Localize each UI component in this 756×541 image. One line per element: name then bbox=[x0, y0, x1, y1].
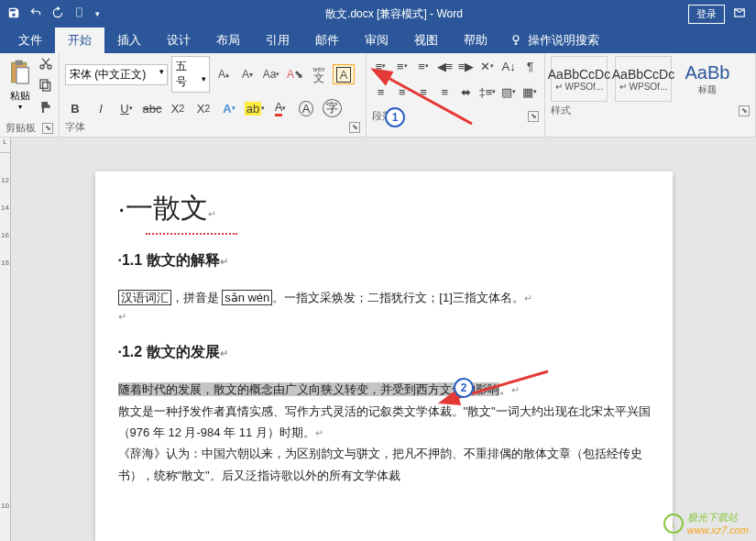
paste-dropdown-icon[interactable]: ▾ bbox=[18, 103, 22, 111]
underline-button[interactable]: U▾ bbox=[116, 98, 137, 118]
clipboard-dialog-launcher[interactable]: ⬊ bbox=[42, 123, 53, 134]
styles-dialog-launcher[interactable]: ⬊ bbox=[739, 105, 750, 116]
change-case-button[interactable]: Aa▾ bbox=[261, 65, 281, 83]
highlight-color-button[interactable]: ab▾ bbox=[245, 98, 265, 118]
annotation-callout-2: 2 bbox=[454, 378, 474, 398]
font-size-select[interactable]: 五号▾ bbox=[171, 56, 210, 93]
align-justify-button[interactable]: ≡ bbox=[436, 82, 454, 102]
multilevel-button[interactable]: ≡▾ bbox=[415, 56, 433, 76]
sort-button[interactable]: A↓ bbox=[500, 56, 518, 76]
enclose-char-button[interactable]: 字 bbox=[322, 98, 342, 118]
paste-button[interactable]: 粘贴 ▾ bbox=[5, 56, 35, 119]
document-page[interactable]: ·一散文↵ ·1.1 散文的解释↵ 汉语词汇，拼音是 sǎn wén。一指文采焕… bbox=[95, 171, 673, 541]
tab-help[interactable]: 帮助 bbox=[451, 28, 500, 53]
paragraph-4: 《辞海》认为：中国六朝以来，为区别韵文与骈文，把凡不押韵、不重排偶的散体文章（包… bbox=[118, 443, 654, 486]
heading-1-2: ·1.2 散文的发展↵ bbox=[118, 343, 654, 362]
paragraph-3: 散文是一种抒发作者真情实感、写作方式灵活的记叙类文学体裁。"散文"一词大约出现在… bbox=[118, 401, 654, 444]
group-font: 宋体 (中文正文)▾ 五号▾ A▴ A▾ Aa▾ A⬊ wén文 A B I U… bbox=[60, 53, 367, 137]
watermark-url: www.xz7.com bbox=[687, 524, 749, 535]
group-clipboard: 粘贴 ▾ 剪贴板⬊ bbox=[0, 53, 60, 137]
font-color-button[interactable]: A▾ bbox=[270, 98, 290, 118]
bullets-button[interactable]: ≡▾ bbox=[372, 56, 389, 76]
tell-me-label: 操作说明搜索 bbox=[528, 32, 599, 49]
styles-group-label: 样式 bbox=[551, 104, 571, 117]
bold-button[interactable]: B bbox=[65, 98, 85, 118]
font-dialog-launcher[interactable]: ⬊ bbox=[349, 122, 360, 133]
tab-review[interactable]: 审阅 bbox=[352, 28, 401, 53]
document-canvas[interactable]: ·一散文↵ ·1.1 散文的解释↵ 汉语词汇，拼音是 sǎn wén。一指文采焕… bbox=[11, 153, 756, 541]
asian-layout-button[interactable]: ✕▾ bbox=[478, 56, 496, 76]
titlebar: ▾ 散文.docx [兼容模式] - Word 登录 bbox=[0, 0, 756, 28]
save-icon[interactable] bbox=[7, 6, 20, 22]
italic-button[interactable]: I bbox=[91, 98, 111, 118]
svg-rect-8 bbox=[43, 83, 50, 91]
tab-home[interactable]: 开始 bbox=[55, 28, 104, 53]
selected-text: 随着时代的发展，散文的概念由广义向狭义转变，并受到西方文化的影响 bbox=[118, 382, 499, 396]
paragraph-dialog-launcher[interactable]: ⬊ bbox=[528, 111, 539, 122]
tab-view[interactable]: 视图 bbox=[401, 28, 451, 53]
phonetic-guide-button[interactable]: wén文 bbox=[309, 65, 329, 83]
heading-1-1: ·1.1 散文的解释↵ bbox=[118, 251, 654, 270]
char-shading-button[interactable]: A bbox=[296, 98, 316, 118]
copy-icon[interactable] bbox=[38, 78, 53, 96]
align-right-button[interactable]: ≡ bbox=[415, 82, 433, 102]
format-painter-icon[interactable] bbox=[38, 100, 53, 118]
tab-mailings[interactable]: 邮件 bbox=[302, 28, 352, 53]
watermark-name: 极光下载站 bbox=[687, 511, 749, 524]
paragraph-1: 汉语词汇，拼音是 sǎn wén。一指文采焕发；二指犹行文；[1]三指文体名。↵ bbox=[118, 287, 654, 308]
watermark-logo-icon: ↓ bbox=[663, 513, 684, 534]
svg-rect-4 bbox=[16, 61, 23, 65]
align-left-button[interactable]: ≡ bbox=[372, 82, 389, 102]
decrease-indent-button[interactable]: ◀≡ bbox=[436, 56, 454, 76]
font-family-select[interactable]: 宋体 (中文正文)▾ bbox=[65, 64, 168, 85]
grow-font-button[interactable]: A▴ bbox=[214, 65, 234, 83]
login-button[interactable]: 登录 bbox=[688, 5, 725, 24]
touch-mode-icon[interactable] bbox=[73, 6, 86, 22]
show-marks-button[interactable]: ¶ bbox=[521, 56, 539, 76]
document-title: ·一散文↵ bbox=[118, 190, 654, 227]
tab-layout[interactable]: 布局 bbox=[203, 28, 253, 53]
line-spacing-button[interactable]: ‡≡▾ bbox=[478, 82, 496, 102]
shading-button[interactable]: ▨▾ bbox=[500, 82, 518, 102]
shrink-font-button[interactable]: A▾ bbox=[237, 65, 257, 83]
ruler-corner[interactable]: L bbox=[0, 138, 11, 153]
tab-file[interactable]: 文件 bbox=[5, 28, 55, 53]
tab-design[interactable]: 设计 bbox=[154, 28, 203, 53]
ribbon: 粘贴 ▾ 剪贴板⬊ 宋体 (中文正文)▾ 五号▾ A▴ A▾ Aa▾ A⬊ wé… bbox=[0, 53, 756, 138]
text-effects-button[interactable]: A▾ bbox=[219, 98, 239, 118]
watermark: ↓ 极光下载站 www.xz7.com bbox=[663, 511, 749, 535]
annotation-callout-1: 1 bbox=[385, 107, 405, 127]
align-center-button[interactable]: ≡ bbox=[393, 82, 411, 102]
style-wpsof2[interactable]: AaBbCcDc ↵ WPSOf... bbox=[615, 56, 672, 102]
numbering-button[interactable]: ≡▾ bbox=[393, 56, 411, 76]
paragraph-2: 随着时代的发展，散文的概念由广义向狭义转变，并受到西方文化的影响。↵ bbox=[118, 379, 654, 400]
svg-point-2 bbox=[513, 36, 519, 41]
distribute-button[interactable]: ⬌ bbox=[457, 82, 475, 102]
svg-rect-9 bbox=[40, 80, 48, 88]
cut-icon[interactable] bbox=[38, 56, 53, 74]
undo-icon[interactable] bbox=[29, 6, 42, 22]
strikethrough-button[interactable]: abc bbox=[142, 98, 162, 118]
clipboard-label: 剪贴板 bbox=[5, 121, 36, 135]
ribbon-options-icon[interactable] bbox=[732, 6, 747, 22]
style-wpsof1[interactable]: AaBbCcDc ↵ WPSOf... bbox=[551, 56, 608, 102]
vertical-ruler[interactable]: 12 14 16 18 10 bbox=[0, 153, 11, 541]
group-styles: AaBbCcDc ↵ WPSOf... AaBbCcDc ↵ WPSOf... … bbox=[545, 53, 756, 137]
tab-references[interactable]: 引用 bbox=[253, 28, 302, 53]
increase-indent-button[interactable]: ≡▶ bbox=[457, 56, 475, 76]
svg-rect-5 bbox=[16, 68, 28, 83]
subscript-button[interactable]: X2 bbox=[168, 98, 188, 118]
borders-button[interactable]: ▦▾ bbox=[521, 82, 539, 102]
tab-insert[interactable]: 插入 bbox=[104, 28, 154, 53]
tell-me-search[interactable]: 操作说明搜索 bbox=[500, 28, 608, 53]
paste-label: 粘贴 bbox=[10, 89, 30, 103]
empty-paragraph: ↵ bbox=[118, 308, 654, 326]
redo-icon[interactable] bbox=[51, 6, 64, 22]
superscript-button[interactable]: X2 bbox=[193, 98, 214, 118]
ribbon-tabs: 文件 开始 插入 设计 布局 引用 邮件 审阅 视图 帮助 操作说明搜索 bbox=[0, 28, 756, 53]
clear-format-button[interactable]: A⬊ bbox=[285, 65, 305, 83]
font-group-label: 字体 bbox=[65, 120, 85, 134]
char-border-button[interactable]: A bbox=[333, 64, 355, 84]
style-title[interactable]: AaBb 标题 bbox=[679, 56, 736, 102]
window-title: 散文.docx [兼容模式] - Word bbox=[100, 6, 688, 22]
